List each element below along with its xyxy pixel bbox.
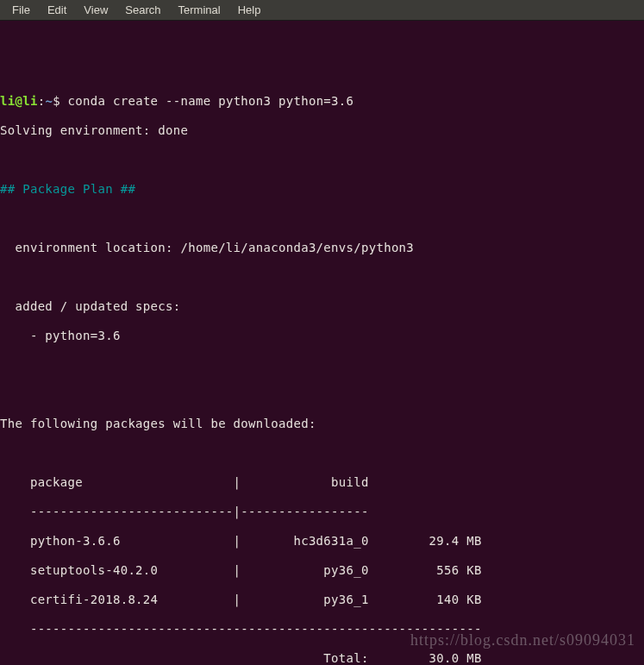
- solving-line: Solving environment: done: [0, 123, 644, 138]
- menu-file[interactable]: File: [3, 1, 39, 19]
- command-text: conda create --name python3 python=3.6: [68, 94, 354, 108]
- dl-table-header: package | build: [0, 475, 644, 490]
- env-location: environment location: /home/li/anaconda3…: [0, 241, 644, 255]
- package-plan-header: ## Package Plan ##: [0, 182, 644, 197]
- prompt-dollar: $: [53, 94, 67, 108]
- menubar: File Edit View Search Terminal Help: [0, 0, 644, 21]
- menu-help[interactable]: Help: [229, 1, 270, 19]
- prompt-line: li@li:~$ conda create --name python3 pyt…: [0, 94, 644, 109]
- prompt-user: li@li: [0, 94, 38, 108]
- menu-search[interactable]: Search: [116, 1, 169, 19]
- dl-row: python-3.6.6 | hc3d631a_0 29.4 MB: [0, 534, 644, 549]
- dl-row: setuptools-40.2.0 | py36_0 556 KB: [0, 563, 644, 578]
- download-header: The following packages will be downloade…: [0, 417, 644, 431]
- prompt-path: ~: [45, 94, 53, 108]
- dl-total: Total: 30.0 MB: [0, 651, 644, 665]
- dl-row: certifi-2018.8.24 | py36_1 140 KB: [0, 593, 644, 607]
- menu-edit[interactable]: Edit: [39, 1, 75, 19]
- added-specs-label: added / updated specs:: [0, 299, 644, 314]
- added-specs-item: - python=3.6: [0, 329, 644, 343]
- dl-table-sep1: ---------------------------|------------…: [0, 505, 644, 519]
- menu-terminal[interactable]: Terminal: [170, 1, 229, 19]
- dl-table-sep2: ----------------------------------------…: [0, 622, 644, 637]
- menu-view[interactable]: View: [75, 1, 116, 19]
- terminal-output[interactable]: li@li:~$ conda create --name python3 pyt…: [0, 21, 644, 665]
